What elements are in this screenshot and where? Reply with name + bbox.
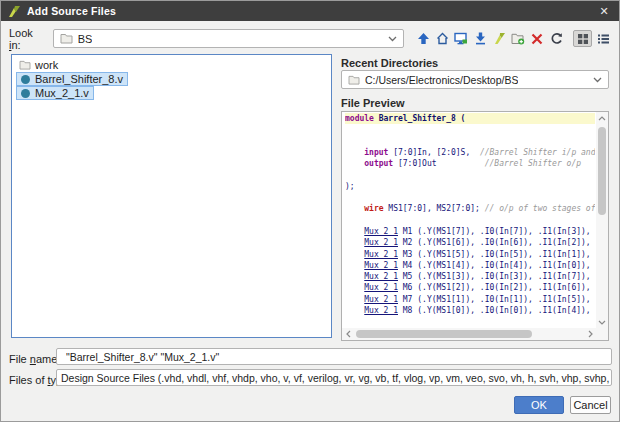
code-line xyxy=(345,192,595,203)
code-line: Mux_2_1 M8 (.Y(MS1[0]), .I0(In[0]), .I1(… xyxy=(345,305,595,316)
folder-icon xyxy=(19,60,31,71)
recent-directories-combobox[interactable]: C:/Users/Electronics/Desktop/BS xyxy=(341,70,609,89)
delete-x-icon xyxy=(531,33,543,45)
list-view-icon xyxy=(597,33,610,45)
scroll-right-icon[interactable] xyxy=(584,328,596,340)
scroll-up-icon[interactable] xyxy=(596,112,608,124)
file-item-label: Mux_2_1.v xyxy=(35,87,89,99)
file-item-label: work xyxy=(35,59,58,71)
vertical-scrollbar[interactable] xyxy=(596,112,608,328)
file-item[interactable]: Mux_2_1.v xyxy=(16,86,94,100)
down-arrow-icon xyxy=(474,32,487,45)
scrollbar-corner xyxy=(596,328,608,340)
scroll-down-icon[interactable] xyxy=(596,316,608,328)
xilinx-logo-icon xyxy=(493,32,506,45)
code-line xyxy=(345,316,595,327)
code-line: Mux_2_1 M3 (.Y(MS1[5]), .I0(In[5]), .I1(… xyxy=(345,249,595,260)
ok-button[interactable]: OK xyxy=(514,396,564,414)
code-line: Mux_2_1 M4 (.Y(MS1[4]), .I0(In[4]), .I1(… xyxy=(345,260,595,271)
cancel-button[interactable]: Cancel xyxy=(570,396,611,414)
code-line: Mux_2_1 M1 (.Y(MS1[7]), .I0(In[7]), .I1(… xyxy=(345,226,595,237)
file-name-input[interactable] xyxy=(56,348,612,365)
refresh-button[interactable] xyxy=(548,31,564,47)
file-item[interactable]: work xyxy=(16,58,63,72)
code-line: wire MS1[7:0], MS2[7:0]; // o/p of two s… xyxy=(345,203,595,214)
look-in-combobox[interactable]: BS xyxy=(53,29,404,48)
window-title: Add Source Files xyxy=(27,5,116,17)
create-new-folder-button[interactable] xyxy=(510,31,526,47)
add-source-files-dialog: Add Source Files ✕ Look in: BS xyxy=(0,0,620,422)
horizontal-scroll-thumb[interactable] xyxy=(356,330,532,338)
verilog-file-icon xyxy=(19,88,31,99)
code-line: module Barrel_Shifter_8 ( xyxy=(345,113,595,124)
file-item[interactable]: Barrel_Shifter_8.v xyxy=(16,72,128,86)
look-in-value: BS xyxy=(78,33,93,45)
file-item-label: Barrel_Shifter_8.v xyxy=(35,73,123,85)
delete-button[interactable] xyxy=(529,31,545,47)
code-line xyxy=(345,136,595,147)
file-preview-label: File Preview xyxy=(341,97,405,109)
code-line: output [7:0]Out //Barrel Shifter o/p xyxy=(345,158,595,169)
verilog-file-icon xyxy=(19,74,31,85)
file-list[interactable]: workBarrel_Shifter_8.vMux_2_1.v xyxy=(11,54,332,338)
chevron-down-icon[interactable] xyxy=(593,77,602,83)
code-line: Mux_2_1 M7 (.Y(MS1[1]), .I0(In[1]), .I1(… xyxy=(345,294,595,305)
home-icon xyxy=(436,32,449,45)
recent-directories-value: C:/Users/Electronics/Desktop/BS xyxy=(365,74,518,86)
desktop-button[interactable] xyxy=(453,31,469,47)
folder-icon xyxy=(348,75,360,85)
folder-icon xyxy=(60,33,73,44)
file-name-label: File name: xyxy=(9,353,60,365)
xilinx-dir-button[interactable] xyxy=(491,31,507,47)
code-view: module Barrel_Shifter_8 ( input [7:0]In,… xyxy=(345,113,595,328)
files-of-type-value: Design Source Files (.vhd, vhdl, vhf, vh… xyxy=(61,372,612,384)
up-one-level-button[interactable] xyxy=(415,31,431,47)
view-toggle-group xyxy=(573,30,613,47)
code-line xyxy=(345,169,595,180)
vertical-scroll-thumb[interactable] xyxy=(598,127,606,215)
code-line: Mux_2_1 M5 (.Y(MS1[3]), .I0(In[3]), .I1(… xyxy=(345,271,595,282)
xilinx-app-icon xyxy=(8,5,21,18)
code-line xyxy=(345,215,595,226)
files-of-type-select[interactable]: Design Source Files (.vhd, vhdl, vhf, vh… xyxy=(56,369,612,386)
code-line: ); xyxy=(345,181,595,192)
new-folder-icon xyxy=(511,33,525,45)
code-line: Mux_2_1 M6 (.Y(MS1[2]), .I0(In[2]), .I1(… xyxy=(345,282,595,293)
grid-view-button[interactable] xyxy=(573,30,592,47)
code-line: input [7:0]In, [2:0]S, //Barrel Shifter … xyxy=(345,147,595,158)
grid-view-icon xyxy=(577,33,589,45)
refresh-icon xyxy=(550,32,563,45)
home-button[interactable] xyxy=(434,31,450,47)
desktop-icon xyxy=(454,32,468,45)
horizontal-scrollbar[interactable] xyxy=(342,328,596,340)
go-to-default-button[interactable] xyxy=(472,31,488,47)
title-bar: Add Source Files ✕ xyxy=(1,1,619,21)
code-line: Mux_2_1 M2 (.Y(MS1[6]), .I0(In[6]), .I1(… xyxy=(345,237,595,248)
code-line xyxy=(345,124,595,135)
dialog-toolbar xyxy=(415,31,564,47)
look-in-label: Look in: xyxy=(9,27,44,51)
up-arrow-icon xyxy=(417,32,430,45)
recent-directories-label: Recent Directories xyxy=(341,57,438,69)
close-button[interactable]: ✕ xyxy=(589,1,619,21)
scroll-left-icon[interactable] xyxy=(342,328,354,340)
chevron-down-icon[interactable] xyxy=(388,36,397,42)
list-view-button[interactable] xyxy=(594,30,613,47)
file-preview-panel: module Barrel_Shifter_8 ( input [7:0]In,… xyxy=(341,111,609,341)
